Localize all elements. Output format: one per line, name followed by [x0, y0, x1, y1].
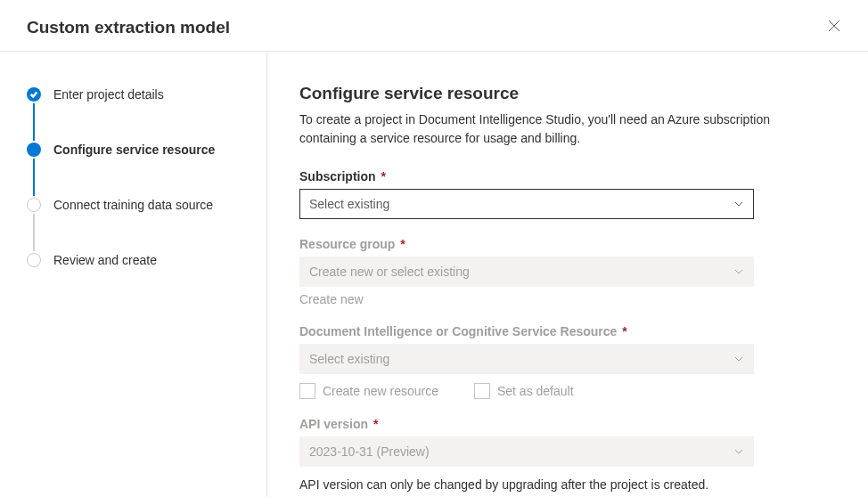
- step-connector: [33, 214, 35, 251]
- subscription-placeholder: Select existing: [309, 197, 389, 211]
- resource-group-placeholder: Create new or select existing: [309, 265, 470, 279]
- step-indicator-current: [27, 143, 41, 157]
- required-indicator: *: [370, 417, 378, 431]
- resource-group-field-group: Resource group * Create new or select ex…: [299, 237, 815, 306]
- step-connector: [33, 103, 35, 141]
- api-version-value: 2023-10-31 (Preview): [309, 444, 430, 459]
- page-description: To create a project in Document Intellig…: [299, 110, 815, 148]
- create-new-link[interactable]: Create new: [299, 292, 815, 306]
- step-indicator-pending: [27, 198, 41, 212]
- step-enter-project-details[interactable]: Enter project details: [27, 87, 240, 102]
- subscription-select[interactable]: Select existing: [299, 189, 754, 219]
- api-version-field-group: API version * 2023-10-31 (Preview) API v…: [299, 417, 815, 492]
- step-connector: [33, 159, 35, 196]
- step-label: Review and create: [53, 253, 157, 267]
- subscription-label: Subscription *: [299, 169, 815, 183]
- page-title: Configure service resource: [299, 84, 815, 103]
- api-version-helper: API version can only be changed by upgra…: [299, 477, 815, 492]
- chevron-down-icon: [733, 446, 744, 457]
- resource-label: Document Intelligence or Cognitive Servi…: [299, 324, 815, 338]
- step-indicator-pending: [27, 253, 41, 267]
- chevron-down-icon: [733, 354, 744, 364]
- step-configure-service-resource[interactable]: Configure service resource: [27, 143, 240, 157]
- check-icon: [29, 90, 38, 99]
- resource-group-select[interactable]: Create new or select existing: [299, 257, 754, 287]
- resource-field-group: Document Intelligence or Cognitive Servi…: [299, 324, 815, 399]
- required-indicator: *: [618, 324, 626, 338]
- required-indicator: *: [378, 169, 386, 183]
- chevron-down-icon: [733, 199, 744, 209]
- resource-select[interactable]: Select existing: [299, 344, 754, 374]
- resource-checkbox-row: Create new resource Set as default: [299, 383, 815, 399]
- set-default-label: Set as default: [497, 384, 574, 398]
- step-review-and-create[interactable]: Review and create: [27, 253, 240, 267]
- checkbox[interactable]: [474, 383, 490, 399]
- step-connect-training-data-source[interactable]: Connect training data source: [27, 198, 240, 212]
- step-label: Enter project details: [53, 87, 164, 102]
- main-panel: Configure service resource To create a p…: [267, 52, 868, 497]
- api-version-label: API version *: [299, 417, 815, 431]
- step-label: Configure service resource: [53, 143, 215, 157]
- chevron-down-icon: [733, 266, 744, 277]
- subscription-field-group: Subscription * Select existing: [299, 169, 815, 219]
- step-label: Connect training data source: [53, 198, 213, 212]
- required-indicator: *: [397, 237, 405, 251]
- close-icon: [827, 19, 841, 33]
- create-new-resource-label: Create new resource: [323, 384, 438, 398]
- checkbox[interactable]: [299, 383, 315, 399]
- api-version-select[interactable]: 2023-10-31 (Preview): [299, 436, 754, 467]
- wizard-sidebar: Enter project details Configure service …: [0, 52, 267, 497]
- dialog-title: Custom extraction model: [27, 18, 230, 37]
- resource-placeholder: Select existing: [309, 352, 389, 366]
- resource-group-label: Resource group *: [299, 237, 815, 251]
- set-default-checkbox-item[interactable]: Set as default: [474, 383, 574, 399]
- dialog-header: Custom extraction model: [0, 0, 868, 52]
- create-new-resource-checkbox-item[interactable]: Create new resource: [299, 383, 438, 399]
- close-button[interactable]: [827, 19, 841, 37]
- dialog-content: Enter project details Configure service …: [0, 52, 868, 497]
- step-indicator-completed: [27, 87, 41, 102]
